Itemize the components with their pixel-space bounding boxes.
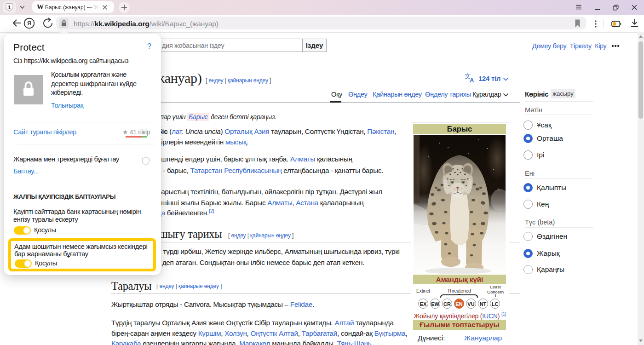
svg-text:A: A <box>470 77 474 83</box>
svg-text:Я: Я <box>27 20 31 27</box>
svg-text:1: 1 <box>8 5 11 10</box>
